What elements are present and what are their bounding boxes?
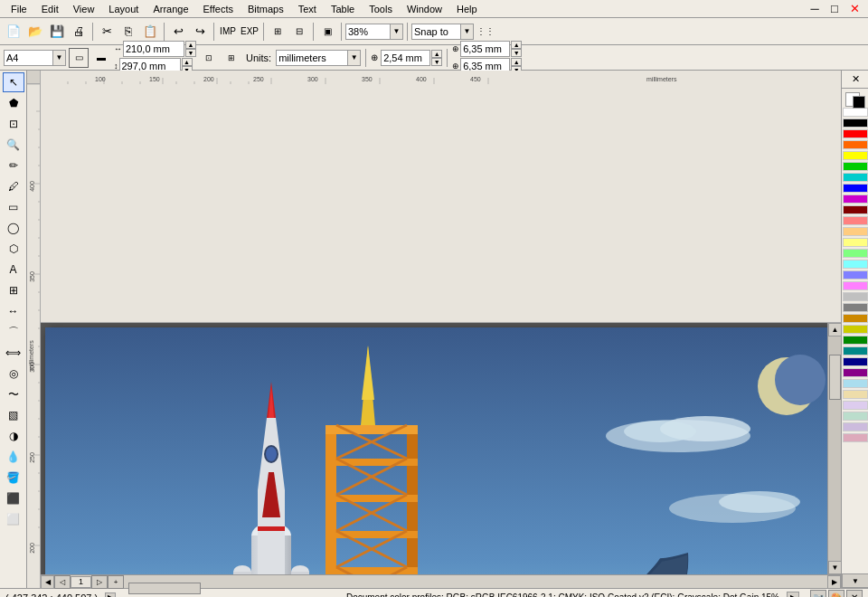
palette-color-cyan[interactable] <box>843 173 868 182</box>
vscrollbar[interactable]: ▲ ▼ <box>827 323 841 574</box>
palette-color-orange[interactable] <box>843 140 868 149</box>
menu-file[interactable]: File <box>4 2 34 16</box>
palette-color-purple[interactable] <box>843 368 868 377</box>
shadow-tool[interactable]: ▧ <box>3 405 24 425</box>
palette-color-brown[interactable] <box>843 314 868 323</box>
select-tool[interactable]: ↖ <box>3 72 24 92</box>
polygon-tool[interactable]: ⬡ <box>3 239 24 259</box>
palette-color-lightred[interactable] <box>843 216 868 225</box>
page-size-arrow[interactable]: ▼ <box>53 50 66 66</box>
node-tool[interactable]: ⬟ <box>3 93 24 113</box>
palette-color-darkred[interactable] <box>843 205 868 214</box>
menu-bitmaps[interactable]: Bitmaps <box>241 2 291 16</box>
menu-edit[interactable]: Edit <box>34 2 66 16</box>
paste-button[interactable]: 📋 <box>140 22 160 42</box>
fill-status-icon[interactable]: 🎨 <box>828 590 844 598</box>
palette-color-darkblue[interactable] <box>843 357 868 366</box>
palette-color-lightblue2[interactable] <box>843 379 868 388</box>
menu-text[interactable]: Text <box>291 2 324 16</box>
cut-button[interactable]: ✂ <box>97 22 117 42</box>
palette-color-mint[interactable] <box>843 412 868 421</box>
snap-options-button[interactable]: ⋮⋮ <box>476 22 495 42</box>
page-size-input[interactable] <box>4 50 53 66</box>
palette-color-gray[interactable] <box>843 303 868 312</box>
coord-toggle-btn[interactable]: ▶ <box>105 592 116 598</box>
palette-color-lightgreen[interactable] <box>843 249 868 258</box>
rectangle-tool[interactable]: ▭ <box>3 197 24 217</box>
palette-color-red[interactable] <box>843 129 868 138</box>
portrait-button[interactable]: ▭ <box>69 48 89 68</box>
palette-color-blue[interactable] <box>843 184 868 193</box>
new-button[interactable]: 📄 <box>4 22 24 42</box>
nudge-input[interactable] <box>381 50 430 66</box>
snap-combo[interactable]: ▼ <box>411 24 474 40</box>
table-tool[interactable]: ⊞ <box>3 280 24 300</box>
crop-tool[interactable]: ⊡ <box>3 114 24 134</box>
camera-icon[interactable]: 📷 <box>810 590 826 598</box>
contour-tool[interactable]: ◎ <box>3 364 24 384</box>
palette-color-peach[interactable] <box>843 227 868 236</box>
connector-tool[interactable]: ⌒ <box>3 322 24 342</box>
vscroll-track[interactable] <box>828 336 841 561</box>
x-icon[interactable]: ✕ <box>846 590 863 598</box>
app-launcher-button[interactable]: ▣ <box>317 22 337 42</box>
palette-color-olive[interactable] <box>843 325 868 334</box>
units-arrow[interactable]: ▼ <box>348 50 361 66</box>
open-button[interactable]: 📂 <box>25 22 45 42</box>
parallel-dim-tool[interactable]: ↔ <box>3 301 24 321</box>
nudge-up[interactable]: ▲ <box>431 50 442 58</box>
palette-color-lavender[interactable] <box>843 401 868 410</box>
width-up[interactable]: ▲ <box>185 41 196 49</box>
snap-input[interactable] <box>411 24 461 40</box>
y-up[interactable]: ▲ <box>511 58 522 66</box>
vscroll-thumb[interactable] <box>829 355 841 400</box>
palette-color-teal[interactable] <box>843 346 868 355</box>
print-button[interactable]: 🖨 <box>69 22 89 42</box>
palette-scroll-down[interactable]: ▼ <box>842 573 868 588</box>
x-pos-input[interactable] <box>460 41 510 57</box>
hscrollbar[interactable]: ◀ ◁ 1 ▷ + ▶ <box>41 574 841 588</box>
units-combo[interactable]: ▼ <box>276 50 361 66</box>
maximize-button[interactable]: □ <box>825 0 844 19</box>
zoom-dropdown-arrow[interactable]: ▼ <box>391 24 403 40</box>
black-white-swatch[interactable] <box>842 89 868 107</box>
menu-view[interactable]: View <box>66 2 102 16</box>
palette-color-lightblue[interactable] <box>843 270 868 280</box>
export-button[interactable]: EXP <box>240 22 259 42</box>
freehand-tool[interactable]: ✏ <box>3 156 24 175</box>
units-input[interactable] <box>276 50 348 66</box>
add-page-btn[interactable]: + <box>108 575 124 589</box>
palette-color-lightmagenta[interactable] <box>843 281 868 290</box>
height-up[interactable]: ▲ <box>182 58 193 66</box>
menu-tools[interactable]: Tools <box>362 2 400 16</box>
palette-color-lilac[interactable] <box>843 422 868 431</box>
zoom-input[interactable] <box>345 24 391 40</box>
copy-button[interactable]: ⎘ <box>118 22 138 42</box>
minimize-button[interactable]: ─ <box>805 0 825 19</box>
canvas-scroll-area[interactable]: ▲ ▼ <box>41 323 841 574</box>
eyedropper-tool[interactable]: 💧 <box>3 447 24 467</box>
vscroll-down[interactable]: ▼ <box>828 561 841 574</box>
menu-table[interactable]: Table <box>324 2 362 16</box>
hscroll-thumb[interactable] <box>128 583 201 594</box>
palette-color-lightyellow[interactable] <box>843 238 868 247</box>
palette-color-black[interactable] <box>843 118 868 128</box>
import-button[interactable]: IMP <box>218 22 238 42</box>
prev-page-btn[interactable]: ◁ <box>54 575 71 589</box>
page-units-button[interactable]: ⊡ <box>199 48 219 68</box>
palette-color-yellow[interactable] <box>843 151 868 160</box>
palette-color-cream[interactable] <box>843 390 868 399</box>
undo-button[interactable]: ↩ <box>168 22 188 42</box>
hscroll-left[interactable]: ◀ <box>41 575 54 589</box>
text-tool[interactable]: A <box>3 260 24 280</box>
palette-color-rose[interactable] <box>843 433 868 442</box>
bleed-button[interactable]: ⊞ <box>222 48 241 68</box>
palette-color-green[interactable] <box>843 162 868 171</box>
transform-button[interactable]: ⊞ <box>268 22 288 42</box>
close-button[interactable]: ✕ <box>844 0 864 19</box>
landscape-button[interactable]: ▬ <box>91 48 111 68</box>
fill-tool[interactable]: 🪣 <box>3 468 24 488</box>
palette-color-lightcyan[interactable] <box>843 260 868 269</box>
distort-tool[interactable]: 〜 <box>3 384 24 404</box>
x-up[interactable]: ▲ <box>511 41 522 49</box>
